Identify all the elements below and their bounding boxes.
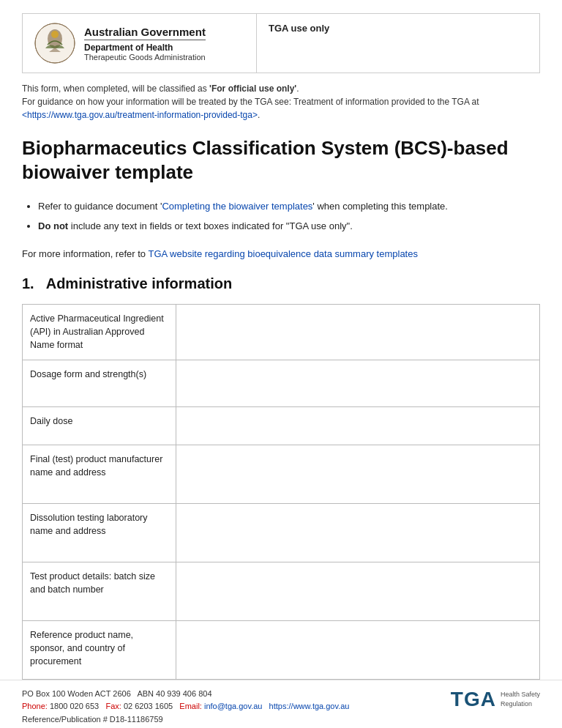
coat-of-arms-icon bbox=[34, 23, 75, 64]
tga-logo-area: TGA Health Safety Regulation bbox=[451, 688, 540, 711]
tga-use-label: TGA use only bbox=[269, 23, 329, 34]
row-input-batch[interactable] bbox=[176, 562, 540, 620]
svg-point-2 bbox=[51, 31, 59, 38]
api-input[interactable] bbox=[176, 305, 539, 349]
row-input-dissolution[interactable] bbox=[176, 503, 540, 562]
footer-phone: 1800 020 653 bbox=[50, 702, 99, 710]
intro-text: This form, when completed, will be class… bbox=[22, 82, 540, 122]
header-logo: Australian Government Department of Heal… bbox=[23, 14, 257, 73]
batch-input[interactable] bbox=[176, 562, 539, 618]
footer-fax-label: Fax: bbox=[105, 702, 121, 710]
footer-abn: ABN 40 939 406 804 bbox=[137, 689, 211, 698]
dissolution-input[interactable] bbox=[176, 504, 539, 560]
row-label-batch: Test product details: batch size and bat… bbox=[23, 562, 176, 620]
tga-tagline-1: Health Safety bbox=[501, 691, 540, 698]
row-label-reference: Reference product name, sponsor, and cou… bbox=[23, 620, 176, 679]
footer-phone-label: Phone: bbox=[22, 702, 48, 710]
section1-heading: 1. Administrative information bbox=[22, 275, 540, 292]
tga-tagline-2: Regulation bbox=[501, 700, 532, 707]
bullet-2: Do not include any text in fields or tex… bbox=[38, 220, 540, 234]
table-row: Test product details: batch size and bat… bbox=[23, 562, 540, 620]
bullet-1-after: ' when completing this template. bbox=[312, 201, 448, 212]
row-label-api: Active Pharmaceutical Ingredient (API) i… bbox=[23, 305, 176, 360]
row-input-manufacturer[interactable] bbox=[176, 445, 540, 503]
bullet-list: Refer to guidance document 'Completing t… bbox=[22, 200, 540, 239]
bullet-1: Refer to guidance document 'Completing t… bbox=[38, 200, 540, 214]
footer-reference: Reference/Publication # D18-11186759 bbox=[22, 715, 163, 724]
daily-dose-input[interactable] bbox=[176, 407, 539, 442]
footer: PO Box 100 Woden ACT 2606 ABN 40 939 406… bbox=[0, 680, 562, 728]
tga-use-box: TGA use only bbox=[257, 14, 539, 73]
table-row: Dissolution testing laboratory name and … bbox=[23, 503, 540, 562]
intro-line2: For guidance on how your information wil… bbox=[22, 97, 479, 107]
page-title: Biopharmaceutics Classification System (… bbox=[22, 136, 540, 184]
table-row: Reference product name, sponsor, and cou… bbox=[23, 620, 540, 679]
footer-address: PO Box 100 Woden ACT 2606 bbox=[22, 689, 131, 698]
footer-email-link[interactable]: info@tga.gov.au bbox=[204, 702, 262, 710]
footer-main: PO Box 100 Woden ACT 2606 ABN 40 939 406… bbox=[22, 688, 540, 727]
logo-text: Australian Government Department of Heal… bbox=[84, 26, 206, 62]
dept-label: Department of Health bbox=[84, 42, 206, 53]
row-input-api[interactable] bbox=[176, 305, 540, 360]
more-info-link[interactable]: TGA website regarding bioequivalence dat… bbox=[148, 248, 418, 259]
section1-number: 1. bbox=[22, 275, 34, 292]
bullet-2-bold: Do not bbox=[38, 220, 68, 231]
row-input-daily-dose[interactable] bbox=[176, 406, 540, 445]
tga-tagline: Health Safety Regulation bbox=[501, 690, 540, 708]
row-label-daily-dose: Daily dose bbox=[23, 406, 176, 445]
intro-line1-before: This form, when completed, will be class… bbox=[22, 83, 209, 94]
page: Australian Government Department of Heal… bbox=[0, 0, 562, 728]
bullet-1-before: Refer to guidance document ' bbox=[38, 201, 162, 212]
more-info: For more information, refer to TGA websi… bbox=[22, 247, 540, 261]
footer-website-link[interactable]: https://www.tga.gov.au bbox=[269, 702, 350, 710]
footer-text: PO Box 100 Woden ACT 2606 ABN 40 939 406… bbox=[22, 688, 349, 727]
intro-period: . bbox=[296, 83, 299, 94]
table-row: Dosage form and strength(s) bbox=[23, 360, 540, 406]
intro-link-suffix: . bbox=[258, 110, 260, 120]
table-row: Active Pharmaceutical Ingredient (API) i… bbox=[23, 305, 540, 360]
tga-logo-text: TGA bbox=[451, 688, 496, 711]
footer-email-label: Email: bbox=[179, 702, 202, 710]
footer-fax: 02 6203 1605 bbox=[124, 702, 173, 710]
tga-label: Therapeutic Goods Administration bbox=[84, 53, 206, 62]
table-row: Daily dose bbox=[23, 406, 540, 445]
bullet-1-link[interactable]: Completing the biowaiver templates bbox=[162, 201, 312, 212]
bullet-2-after: include any text in fields or text boxes… bbox=[68, 220, 353, 231]
section1-label: Administrative information bbox=[46, 275, 232, 292]
row-input-reference[interactable] bbox=[176, 620, 540, 679]
intro-official-use: 'For official use only' bbox=[209, 83, 296, 94]
aus-gov-label: Australian Government bbox=[84, 26, 206, 40]
table-row: Final (test) product manufacturer name a… bbox=[23, 445, 540, 503]
intro-link[interactable]: <https://www.tga.gov.au/treatment-inform… bbox=[22, 110, 258, 120]
row-input-dosage[interactable] bbox=[176, 360, 540, 406]
manufacturer-input[interactable] bbox=[176, 445, 539, 501]
reference-input[interactable] bbox=[176, 621, 539, 677]
more-info-prefix: For more information, refer to bbox=[22, 248, 148, 259]
row-label-dosage: Dosage form and strength(s) bbox=[23, 360, 176, 406]
admin-table: Active Pharmaceutical Ingredient (API) i… bbox=[22, 304, 540, 679]
row-label-dissolution: Dissolution testing laboratory name and … bbox=[23, 503, 176, 562]
row-label-manufacturer: Final (test) product manufacturer name a… bbox=[23, 445, 176, 503]
header: Australian Government Department of Heal… bbox=[22, 13, 540, 73]
dosage-input[interactable] bbox=[176, 360, 539, 404]
